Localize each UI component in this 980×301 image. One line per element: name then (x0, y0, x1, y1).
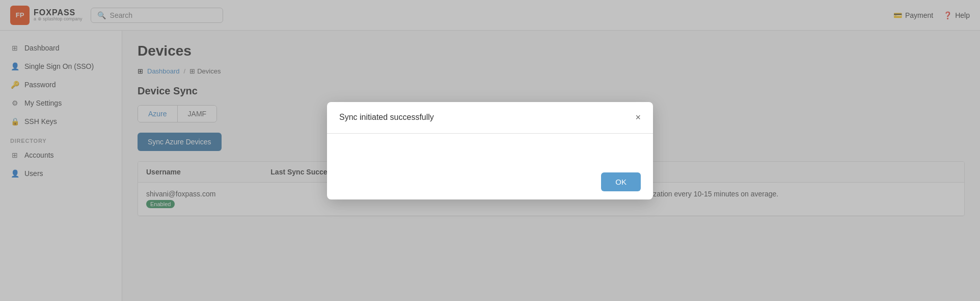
modal-header: Sync initiated successfully × (327, 102, 653, 134)
modal-title: Sync initiated successfully (339, 113, 434, 122)
modal-body (327, 134, 653, 164)
modal: Sync initiated successfully × OK (327, 102, 653, 199)
modal-overlay: Sync initiated successfully × OK (0, 0, 980, 301)
modal-footer: OK (327, 164, 653, 199)
modal-ok-button[interactable]: OK (601, 172, 641, 191)
modal-close-button[interactable]: × (635, 112, 641, 123)
